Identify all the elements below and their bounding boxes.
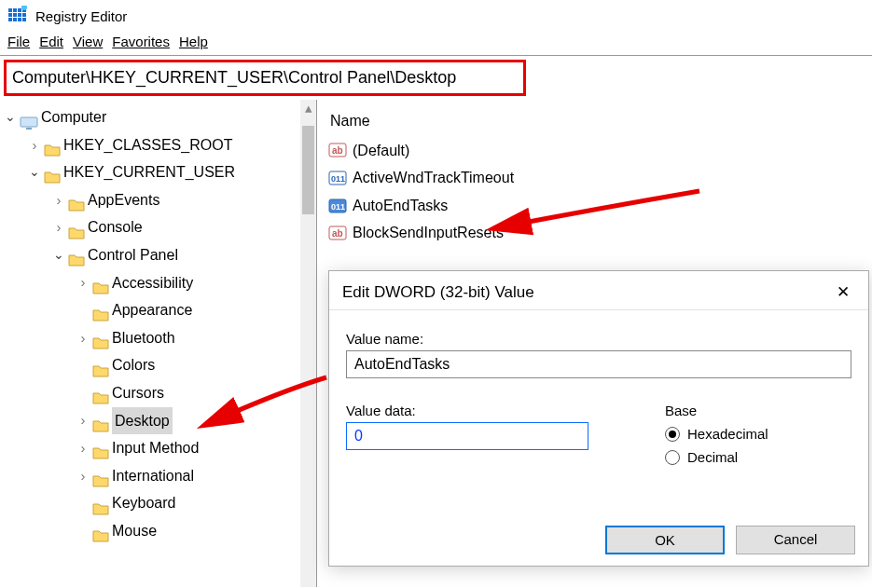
value-label: (Default) bbox=[353, 137, 409, 165]
folder-icon bbox=[68, 221, 85, 235]
value-name-field[interactable] bbox=[346, 350, 851, 378]
computer-icon bbox=[20, 111, 38, 124]
tree-label: Colors bbox=[112, 351, 155, 379]
tree-node-computer[interactable]: Computer bbox=[0, 103, 316, 131]
tree-label: Input Method bbox=[112, 434, 199, 462]
value-row-default[interactable]: ab (Default) bbox=[326, 137, 863, 165]
tree-node-hkcu[interactable]: HKEY_CURRENT_USER bbox=[0, 158, 316, 186]
svg-text:011: 011 bbox=[331, 202, 345, 212]
tree-scrollbar[interactable]: ▴ bbox=[300, 100, 316, 587]
tree-label: HKEY_CLASSES_ROOT bbox=[63, 131, 232, 159]
menu-file[interactable]: File bbox=[7, 34, 30, 49]
svg-rect-10 bbox=[13, 18, 17, 21]
value-label: AutoEndTasks bbox=[353, 192, 448, 220]
close-icon[interactable]: ✕ bbox=[831, 282, 855, 302]
folder-icon bbox=[92, 524, 109, 538]
svg-rect-15 bbox=[26, 128, 32, 130]
svg-rect-14 bbox=[21, 117, 37, 127]
chevron-right-icon[interactable] bbox=[52, 214, 65, 240]
tree-node-accessibility[interactable]: Accessibility bbox=[0, 269, 316, 297]
folder-icon bbox=[92, 441, 109, 455]
svg-rect-3 bbox=[18, 8, 21, 12]
svg-rect-2 bbox=[13, 8, 17, 12]
chevron-right-icon[interactable] bbox=[76, 435, 90, 461]
address-row: Computer\HKEY_CURRENT_USER\Control Panel… bbox=[0, 56, 872, 100]
regedit-icon bbox=[7, 6, 28, 26]
tree-node-bluetooth[interactable]: Bluetooth bbox=[0, 324, 316, 352]
base-group-label: Base bbox=[665, 403, 851, 418]
column-header-name[interactable]: Name bbox=[326, 105, 863, 137]
svg-rect-8 bbox=[22, 13, 26, 17]
tree-node-desktop[interactable]: Desktop bbox=[0, 407, 316, 435]
tree-node-mouse[interactable]: Mouse bbox=[0, 517, 316, 545]
folder-icon bbox=[92, 276, 109, 290]
chevron-down-icon[interactable] bbox=[4, 105, 17, 130]
folder-icon bbox=[92, 359, 109, 373]
chevron-right-icon[interactable] bbox=[76, 325, 90, 351]
tree-node-console[interactable]: Console bbox=[0, 213, 316, 241]
folder-icon bbox=[92, 303, 109, 317]
chevron-down-icon[interactable] bbox=[28, 160, 41, 185]
ok-button[interactable]: OK bbox=[605, 526, 725, 554]
chevron-right-icon[interactable] bbox=[76, 269, 90, 295]
value-row-activewnd[interactable]: 011 ActiveWndTrackTimeout bbox=[326, 164, 863, 192]
svg-rect-6 bbox=[13, 13, 17, 17]
value-data-label: Value data: bbox=[346, 403, 637, 418]
chevron-right-icon[interactable] bbox=[28, 132, 41, 158]
dialog-title: Edit DWORD (32-bit) Value bbox=[342, 283, 534, 302]
value-data-field[interactable] bbox=[346, 422, 588, 450]
value-row-autoendtasks[interactable]: 011 AutoEndTasks bbox=[326, 192, 863, 220]
tree-node-keyboard[interactable]: Keyboard bbox=[0, 489, 316, 517]
address-bar[interactable]: Computer\HKEY_CURRENT_USER\Control Panel… bbox=[4, 60, 526, 96]
svg-rect-7 bbox=[18, 13, 21, 17]
radio-decimal[interactable]: Decimal bbox=[665, 449, 851, 465]
svg-rect-5 bbox=[8, 13, 12, 17]
tree-node-appearance[interactable]: Appearance bbox=[0, 296, 316, 324]
scroll-up-icon[interactable]: ▴ bbox=[300, 100, 316, 118]
tree-label: Keyboard bbox=[112, 489, 176, 517]
tree-label: Mouse bbox=[112, 517, 157, 545]
tree-node-hkcr[interactable]: HKEY_CLASSES_ROOT bbox=[0, 131, 316, 159]
value-row-blocksend[interactable]: ab BlockSendInputResets bbox=[326, 219, 863, 247]
folder-icon bbox=[92, 331, 109, 345]
dword-value-icon: 011 bbox=[328, 197, 347, 215]
app-title: Registry Editor bbox=[35, 8, 127, 24]
tree-node-inputmethod[interactable]: Input Method bbox=[0, 434, 316, 462]
value-label: ActiveWndTrackTimeout bbox=[353, 164, 514, 192]
tree-node-controlpanel[interactable]: Control Panel bbox=[0, 241, 316, 269]
menu-view[interactable]: View bbox=[73, 34, 103, 49]
tree-node-cursors[interactable]: Cursors bbox=[0, 379, 316, 407]
chevron-down-icon[interactable] bbox=[52, 243, 65, 267]
svg-rect-12 bbox=[22, 18, 26, 21]
radio-hexadecimal[interactable]: Hexadecimal bbox=[665, 426, 851, 442]
radio-label: Hexadecimal bbox=[687, 426, 768, 442]
scroll-thumb[interactable] bbox=[302, 126, 314, 214]
folder-icon bbox=[44, 138, 61, 152]
dword-value-icon: 011 bbox=[328, 169, 347, 187]
edit-dword-dialog: Edit DWORD (32-bit) Value ✕ Value name: … bbox=[328, 270, 869, 567]
tree-label: HKEY_CURRENT_USER bbox=[63, 158, 235, 186]
tree-node-international[interactable]: International bbox=[0, 462, 316, 490]
folder-icon bbox=[68, 248, 85, 262]
tree-label: Cursors bbox=[112, 379, 164, 407]
folder-icon bbox=[68, 193, 85, 207]
chevron-right-icon[interactable] bbox=[76, 407, 90, 433]
string-value-icon: ab bbox=[328, 224, 347, 242]
menu-edit[interactable]: Edit bbox=[39, 34, 63, 49]
menu-favorites[interactable]: Favorites bbox=[112, 34, 170, 49]
radio-icon bbox=[665, 427, 680, 442]
tree-label: International bbox=[112, 462, 194, 490]
cancel-button[interactable]: Cancel bbox=[736, 526, 855, 554]
tree-node-colors[interactable]: Colors bbox=[0, 351, 316, 379]
folder-icon bbox=[92, 497, 109, 511]
menu-help[interactable]: Help bbox=[179, 34, 208, 49]
title-bar: Registry Editor bbox=[0, 0, 872, 30]
tree-label: Control Panel bbox=[88, 241, 178, 269]
tree-label: Appearance bbox=[112, 296, 192, 324]
tree-label: Bluetooth bbox=[112, 324, 175, 352]
tree-node-appevents[interactable]: AppEvents bbox=[0, 186, 316, 214]
chevron-right-icon[interactable] bbox=[76, 463, 90, 489]
chevron-right-icon[interactable] bbox=[52, 187, 65, 213]
menu-bar: File Edit View Favorites Help bbox=[0, 30, 872, 56]
svg-text:ab: ab bbox=[332, 145, 343, 156]
